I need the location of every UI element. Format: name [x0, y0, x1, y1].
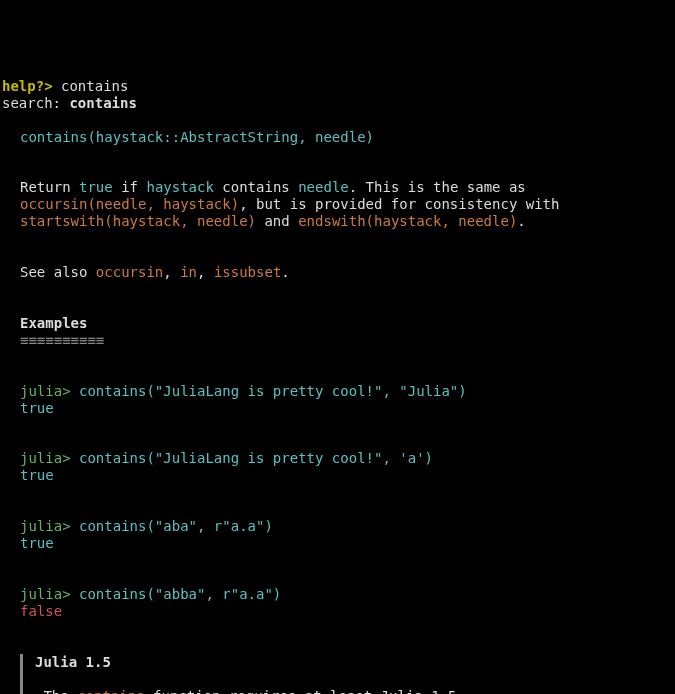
help-label: help?>: [2, 78, 53, 94]
see-also: See also occursin, in, issubset.: [2, 264, 675, 281]
examples-heading: Examples ≡≡≡≡≡≡≡≡≡≡: [2, 315, 675, 349]
search-result: contains: [69, 95, 136, 111]
examples-underline: ≡≡≡≡≡≡≡≡≡≡: [20, 332, 104, 348]
terminal-output: help?> contains search: contains contain…: [2, 78, 675, 694]
example-2: julia> contains("JuliaLang is pretty coo…: [2, 450, 675, 484]
example-3: julia> contains("aba", r"a.a") true: [2, 518, 675, 552]
compat-title: Julia 1.5: [35, 654, 111, 670]
help-query: contains: [53, 78, 129, 94]
help-prompt: help?> contains: [2, 78, 128, 94]
signature-1: contains(haystack::AbstractString, needl…: [2, 129, 675, 146]
search-label: search:: [2, 95, 69, 111]
example-4: julia> contains("abba", r"a.a") false: [2, 586, 675, 620]
example-1: julia> contains("JuliaLang is pretty coo…: [2, 383, 675, 417]
compat-body: The contains function requires at least …: [35, 688, 465, 695]
description-1: Return true if haystack contains needle.…: [2, 179, 675, 230]
compat-note: Julia 1.5 The contains function requires…: [20, 654, 675, 694]
search-line: search: contains: [2, 95, 137, 111]
